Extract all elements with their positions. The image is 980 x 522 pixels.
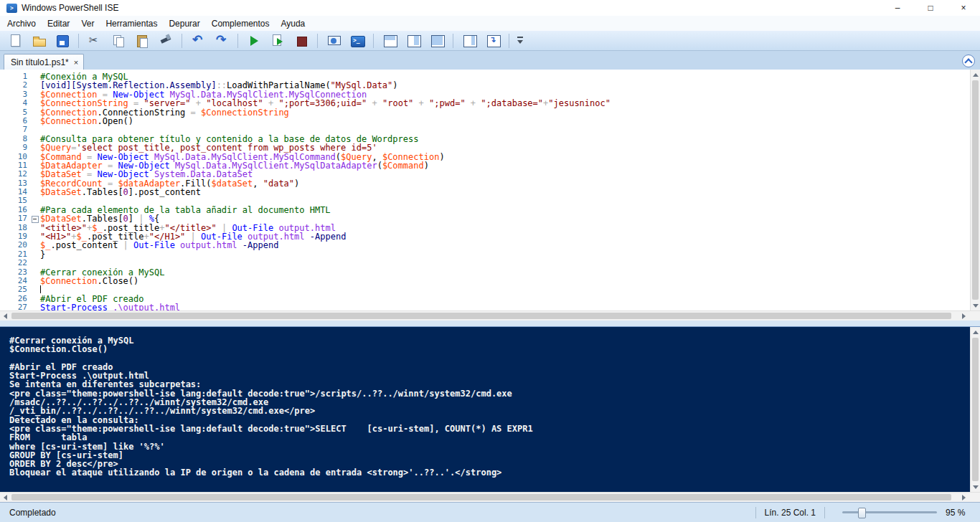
line-number: 20 <box>0 241 31 250</box>
code-line[interactable]: 24$Connection.Close() <box>0 277 970 285</box>
fold-collapse-icon[interactable] <box>31 214 40 223</box>
cut-icon[interactable] <box>84 32 105 49</box>
new-remote-tab-icon[interactable] <box>323 32 344 49</box>
menu-item-herramientas[interactable]: Herramientas <box>100 17 163 30</box>
editor-vertical-scrollbar[interactable] <box>970 70 980 310</box>
scroll-up-icon[interactable] <box>971 327 980 337</box>
scroll-down-icon[interactable] <box>971 482 980 492</box>
save-icon[interactable] <box>52 32 73 49</box>
zoom-slider-thumb[interactable] <box>858 508 866 518</box>
code-line[interactable]: 5$Connection.ConnectionString = $Connect… <box>0 108 970 117</box>
status-text: Completado <box>9 508 56 518</box>
scrollbar-thumb[interactable] <box>11 494 951 500</box>
tab-close-icon[interactable]: × <box>74 58 78 67</box>
start-powershell-icon[interactable] <box>347 32 368 49</box>
undo-icon[interactable] <box>187 32 209 49</box>
menu-item-complementos[interactable]: Complementos <box>206 17 275 30</box>
redo-icon[interactable] <box>211 32 232 49</box>
code-line[interactable]: 21} <box>0 250 970 259</box>
title-bar[interactable]: > Windows PowerShell ISE – □ × <box>0 0 980 16</box>
console-line: Se intenta en diferentes subcarpetas: <box>9 380 969 389</box>
stop-icon[interactable] <box>291 32 312 49</box>
code-text[interactable]: Start-Process .\output.html <box>40 303 970 310</box>
script-pane-max-icon[interactable] <box>426 32 448 49</box>
paste-icon[interactable] <box>131 32 153 49</box>
console-output: #Cerrar conexión a MySQL$Connection.Clos… <box>9 336 969 489</box>
scroll-left-icon[interactable] <box>0 311 10 321</box>
run-script-icon[interactable] <box>243 32 265 49</box>
fold-gutter <box>31 224 40 232</box>
console-pane[interactable]: #Cerrar conexión a MySQL$Connection.Clos… <box>0 326 980 492</box>
scroll-left-icon[interactable] <box>0 493 10 503</box>
fold-gutter <box>31 241 40 250</box>
run-selection-icon[interactable] <box>267 32 288 49</box>
code-text[interactable]: $Connection.Open() <box>40 117 970 125</box>
clear-console-icon[interactable] <box>155 32 176 49</box>
script-editor[interactable]: 1#Conexión a MySQL2[void][System.Reflect… <box>0 70 980 310</box>
fold-gutter <box>31 250 40 259</box>
scroll-down-icon[interactable] <box>971 300 980 310</box>
menu-item-ver[interactable]: Ver <box>75 17 100 30</box>
open-script-icon[interactable] <box>28 32 50 49</box>
menu-item-editar[interactable]: Editar <box>42 17 75 30</box>
maximize-button[interactable]: □ <box>914 0 947 16</box>
powershell-app-icon: > <box>6 4 17 13</box>
code-text[interactable]: } <box>40 250 970 259</box>
console-line: <pre class="theme:powershell-ise lang:de… <box>9 424 969 433</box>
console-line: #Cerrar conexión a MySQL <box>9 336 969 345</box>
script-pane-right-icon[interactable] <box>402 32 424 49</box>
tab-document[interactable]: Sin título1.ps1* × <box>4 54 84 70</box>
console-line: /_vti_bin/..??../..??../..??../winnt/sys… <box>9 407 969 415</box>
code-line[interactable]: 14$DataSet.Tables[0].post_content <box>0 188 970 196</box>
editor-code[interactable]: 1#Conexión a MySQL2[void][System.Reflect… <box>0 70 970 310</box>
code-text[interactable]: $DataSet.Tables[0].post_content <box>40 188 970 196</box>
toolbar <box>0 31 980 51</box>
close-button[interactable]: × <box>947 0 980 16</box>
status-separator <box>824 507 825 518</box>
console-horizontal-scrollbar[interactable] <box>0 492 980 502</box>
code-text[interactable]: $Connection.Close() <box>40 277 970 285</box>
show-command-window-icon[interactable] <box>482 32 504 49</box>
toolbar-separator <box>317 34 318 48</box>
cursor-position: Lín. 25 Col. 1 <box>765 508 816 518</box>
code-text[interactable] <box>40 259 970 267</box>
status-bar: Completado Lín. 25 Col. 1 95 % <box>0 502 980 522</box>
code-text[interactable] <box>40 285 970 294</box>
fold-gutter <box>31 143 40 152</box>
text-caret <box>40 285 41 293</box>
code-line[interactable]: 25 <box>0 285 970 294</box>
toolbar-separator <box>453 34 453 48</box>
code-line[interactable]: 6$Connection.Open() <box>0 117 970 125</box>
new-script-icon[interactable] <box>4 32 26 49</box>
console-vertical-scrollbar[interactable] <box>970 327 980 492</box>
code-line[interactable]: 23#Cerrar conexión a MySQL <box>0 268 970 277</box>
code-line[interactable]: 20$_.post_content | Out-File output.html… <box>0 241 970 250</box>
minimize-button[interactable]: – <box>881 0 914 16</box>
scrollbar-thumb[interactable] <box>972 80 979 300</box>
toolbar-overflow-icon[interactable] <box>514 32 526 49</box>
code-line[interactable]: 27Start-Process .\output.html <box>0 303 970 310</box>
toolbar-separator <box>182 34 182 48</box>
toolbar-separator <box>509 34 509 48</box>
zoom-slider[interactable] <box>842 511 937 513</box>
chevron-up-icon <box>964 58 972 66</box>
scroll-right-icon[interactable] <box>958 493 969 503</box>
scroll-up-icon[interactable] <box>971 70 980 80</box>
fold-gutter <box>31 99 40 108</box>
menu-item-archivo[interactable]: Archivo <box>1 17 42 30</box>
menu-item-ayuda[interactable]: Ayuda <box>275 17 311 30</box>
copy-icon[interactable] <box>108 32 129 49</box>
code-text[interactable]: $_.post_content | Out-File output.html -… <box>40 241 970 250</box>
editor-horizontal-scrollbar[interactable] <box>0 310 980 321</box>
scrollbar-thumb[interactable] <box>972 338 979 481</box>
pane-splitter[interactable] <box>0 321 980 326</box>
scroll-right-icon[interactable] <box>958 311 969 321</box>
script-pane-top-icon[interactable] <box>379 32 400 49</box>
code-text[interactable]: $Connection.ConnectionString = $Connecti… <box>40 108 970 117</box>
hide-script-pane-button[interactable] <box>962 54 975 67</box>
show-command-addon-icon[interactable] <box>458 32 480 49</box>
menu-item-depurar[interactable]: Depurar <box>163 17 205 30</box>
scrollbar-thumb[interactable] <box>11 313 951 319</box>
code-text[interactable]: #Para cada elemento de la tabla añadir a… <box>40 206 970 214</box>
code-text[interactable]: #Cerrar conexión a MySQL <box>40 268 970 277</box>
